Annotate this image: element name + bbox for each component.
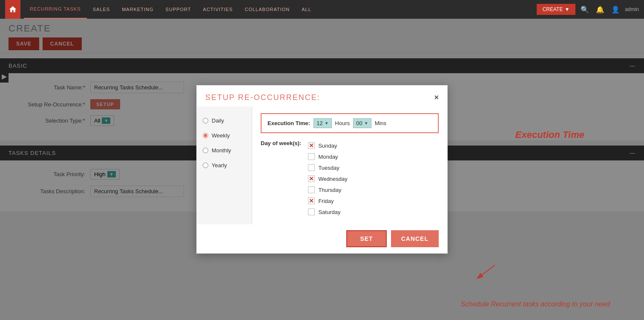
nav-marketing[interactable]: MARKETING [116,0,159,19]
setup-reoccurrence-modal: SETUP RE-OCCURRENCE: × Daily Weekly Mont… [196,85,448,254]
frequency-weekly[interactable]: Weekly [197,128,252,143]
modal-main-content: Execution Time: 12 ▼ Hours 00 ▼ Mins [252,106,447,224]
user-avatar-icon[interactable]: 👤 [610,4,621,15]
svg-line-1 [478,265,495,278]
hours-arrow-icon: ▼ [325,121,329,126]
friday-row: ✕ Friday [308,195,347,206]
cancel-modal-button[interactable]: CANCEL [391,230,439,247]
saturday-label: Saturday [318,209,340,215]
notifications-icon[interactable]: 🔔 [594,4,606,15]
sunday-label: Sunday [318,143,337,149]
sunday-row: ✕ Sunday [308,140,347,151]
exec-time-label: Execution Time: [267,120,310,126]
execution-time-annotation: Execution Time [515,129,584,140]
sunday-checkbox[interactable]: ✕ [308,142,315,149]
nav-support[interactable]: SUPPORT [160,0,197,19]
monday-label: Monday [318,154,338,160]
nav-sales[interactable]: SALES [87,0,116,19]
thursday-checkbox[interactable] [308,186,315,193]
user-label: admin [625,6,639,12]
saturday-row: Saturday [308,206,347,217]
hours-select[interactable]: 12 ▼ [313,118,331,128]
days-header-row: Day of week(s): ✕ Sunday Monday [261,140,439,217]
modal-close-button[interactable]: × [434,93,439,102]
thursday-row: Thursday [308,184,347,195]
execution-time-box: Execution Time: 12 ▼ Hours 00 ▼ Mins [261,113,439,133]
hours-value: 12 [316,120,322,126]
page-background: CREATE SAVE CANCEL ▶ BASIC — Task Name:*… [0,19,644,320]
mins-unit-label: Mins [375,120,386,126]
thursday-label: Thursday [318,187,341,193]
nav-recurring-tasks[interactable]: RECURRING TASKS [24,0,87,19]
arrow-annotation [474,263,499,282]
navbar: RECURRING TASKS SALES MARKETING SUPPORT … [0,0,644,19]
mins-select[interactable]: 00 ▼ [353,118,371,128]
monday-checkbox[interactable] [308,153,315,160]
mins-value: 00 [356,120,362,126]
frequency-yearly[interactable]: Yearly [197,158,252,173]
monthly-radio[interactable] [203,148,208,153]
saturday-checkbox[interactable] [308,209,315,215]
frequency-daily[interactable]: Daily [197,113,252,128]
daily-radio[interactable] [203,118,208,123]
set-button[interactable]: SET [346,230,386,247]
monthly-label: Monthly [212,147,231,154]
search-icon[interactable]: 🔍 [579,4,591,15]
modal-title: SETUP RE-OCCURRENCE: [205,93,320,102]
daily-label: Daily [212,117,224,124]
frequency-sidebar: Daily Weekly Monthly Yearly [197,106,252,224]
nav-right: CREATE ▼ 🔍 🔔 👤 admin [537,4,639,15]
days-of-week-section: Day of week(s): ✕ Sunday Monday [261,140,439,217]
create-dropdown-button[interactable]: CREATE ▼ [537,4,576,15]
friday-checkbox[interactable]: ✕ [308,197,315,204]
weekly-radio[interactable] [203,133,208,138]
mins-arrow-icon: ▼ [364,121,368,126]
modal-footer: SET CANCEL [197,224,447,253]
yearly-label: Yearly [212,162,227,169]
tuesday-label: Tuesday [318,165,339,171]
days-header-label: Day of week(s): [261,140,301,146]
modal-body: Daily Weekly Monthly Yearly [197,106,447,224]
friday-label: Friday [318,198,334,204]
wednesday-checkbox[interactable]: ✕ [308,175,315,182]
monday-row: Monday [308,151,347,162]
wednesday-row: ✕ Wednesday [308,173,347,184]
nav-collaboration[interactable]: COLLABORATION [239,0,296,19]
frequency-monthly[interactable]: Monthly [197,143,252,158]
wednesday-label: Wednesday [318,176,347,182]
tuesday-checkbox[interactable] [308,164,315,171]
bottom-annotation: Schedule Recurrent tasks according to yo… [461,300,610,308]
tuesday-row: Tuesday [308,162,347,173]
nav-activities[interactable]: ACTIVITIES [197,0,239,19]
days-list: ✕ Sunday Monday Tuesday [308,140,347,217]
home-button[interactable] [5,0,20,19]
nav-all[interactable]: ALL [296,0,317,19]
modal-header: SETUP RE-OCCURRENCE: × [197,86,447,106]
yearly-radio[interactable] [203,163,208,168]
weekly-label: Weekly [212,132,230,139]
hours-unit-label: Hours [335,120,350,126]
